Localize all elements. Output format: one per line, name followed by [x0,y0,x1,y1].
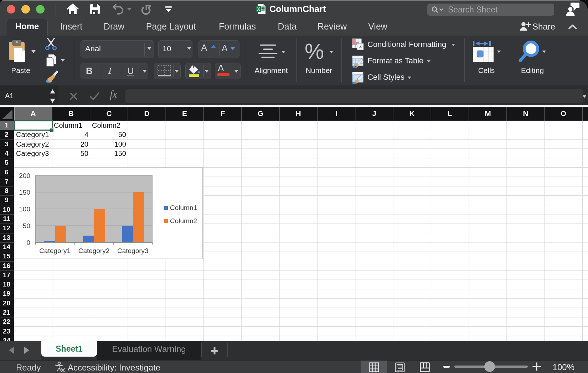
svg-text:200: 200 [19,172,30,179]
svg-text:0: 0 [26,239,30,246]
svg-text:Column2: Column2 [170,217,197,225]
svg-text:50: 50 [22,222,30,230]
svg-text:Category1: Category1 [39,247,71,254]
svg-text:150: 150 [19,189,30,196]
svg-text:Column1: Column1 [170,204,197,211]
svg-text:X: X [257,7,260,12]
svg-text:≠: ≠ [359,43,362,49]
svg-text:Category2: Category2 [78,247,109,254]
svg-text:100: 100 [19,205,30,213]
svg-text:Category3: Category3 [117,247,148,254]
